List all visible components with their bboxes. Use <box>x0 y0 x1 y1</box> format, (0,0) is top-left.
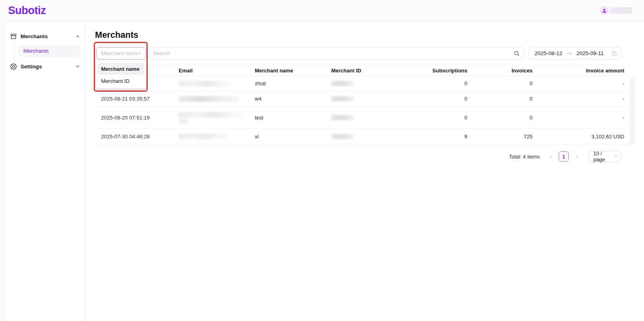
sidebar-item-label: Merchants <box>21 33 75 39</box>
cell-created-at: 2025-07-30 04:46:28 <box>95 134 179 140</box>
filter-bar: Merchant name 2025-08-12 2025-09-11 <box>96 47 621 60</box>
column-header-invoices: Invoices <box>467 68 533 74</box>
sidebar-item-merchants[interactable]: Merchants <box>10 31 80 41</box>
dropdown-option-merchant-name[interactable]: Merchant name <box>97 63 144 75</box>
chevron-down-icon <box>75 64 80 69</box>
cell-merchant-name: test <box>255 115 331 121</box>
cell-invoice-amount: - <box>533 96 630 102</box>
cell-invoices: 725 <box>467 134 533 140</box>
cell-merchant-name: zhuti <box>255 80 331 86</box>
cell-invoices: 0 <box>467 115 533 121</box>
page-number-button[interactable]: 1 <box>559 151 569 162</box>
search-field-select[interactable]: Merchant name <box>96 47 146 60</box>
cell-invoice-amount: 3,102.62 USD <box>533 134 630 140</box>
cell-invoices: 0 <box>467 96 533 102</box>
column-header-subscriptions: Subscriptions <box>384 68 467 74</box>
content-area: Merchants Merchant name 2025-08-12 <box>85 21 644 321</box>
chevron-up-icon <box>75 34 80 39</box>
page-title: Merchants <box>95 30 138 40</box>
next-page-button[interactable] <box>572 151 582 162</box>
column-header-merchant-id: Merchant ID <box>331 68 384 74</box>
sidebar: Merchants Merchants Settings <box>4 21 85 321</box>
cell-merchant-id-redacted <box>331 134 384 139</box>
chevron-down-icon <box>138 51 142 56</box>
table-header-row: Email Merchant name Merchant ID Subscrip… <box>95 65 630 76</box>
search-input[interactable] <box>153 50 514 56</box>
avatar[interactable] <box>600 6 609 15</box>
table-scrollbar[interactable] <box>630 78 635 145</box>
cell-merchant-id-redacted <box>331 96 384 101</box>
cell-subscriptions: 0 <box>384 115 467 121</box>
search-box <box>149 47 524 60</box>
sidebar-item-settings[interactable]: Settings <box>10 62 80 71</box>
cell-merchant-id-redacted <box>331 81 384 86</box>
cell-merchant-name: w4 <box>255 96 331 102</box>
cell-invoices: 0 <box>467 80 533 86</box>
date-end[interactable]: 2025-09-11 <box>576 50 604 56</box>
table-row: 2025-08-20 07:51:19 test 0 0 - <box>95 107 630 129</box>
column-header-email: Email <box>179 68 255 74</box>
column-header-invoice-amount: Invoice amount <box>533 68 630 74</box>
app-header: Subotiz <box>0 0 644 21</box>
calendar-icon <box>611 51 617 56</box>
field-select-dropdown: Merchant name Merchant ID <box>96 61 146 88</box>
chevron-down-icon <box>614 154 618 158</box>
cell-email-redacted <box>179 96 255 102</box>
select-placeholder: Merchant name <box>101 50 138 56</box>
table-row: 2025-08-21 03:35:57 w4 0 0 - <box>95 91 630 107</box>
cell-subscriptions: 9 <box>384 134 467 140</box>
user-name-redacted <box>610 7 632 14</box>
cell-subscriptions: 0 <box>384 96 467 102</box>
date-range-picker[interactable]: 2025-08-12 2025-09-11 <box>528 47 621 60</box>
gear-icon <box>10 63 17 70</box>
cell-email-redacted <box>179 112 255 123</box>
search-icon[interactable] <box>514 50 520 56</box>
cell-created-at: 2025-08-20 07:51:19 <box>95 115 179 121</box>
user-icon <box>602 8 607 13</box>
sidebar-item-label: Settings <box>21 64 75 70</box>
dropdown-option-merchant-id[interactable]: Merchant ID <box>97 75 144 87</box>
cell-merchant-id-redacted <box>331 115 384 120</box>
user-menu[interactable] <box>600 6 632 15</box>
brand-logo[interactable]: Subotiz <box>8 4 46 17</box>
cell-created-at: 2025-08-21 03:35:57 <box>95 96 179 102</box>
prev-page-button[interactable] <box>545 151 556 162</box>
pagination-total: Total: 4 items <box>509 154 540 160</box>
cell-email-redacted <box>179 134 255 139</box>
sidebar-subitem-merchants[interactable]: Merchants <box>18 45 80 57</box>
pagination: Total: 4 items 1 10 / page <box>95 151 621 162</box>
cell-email-redacted <box>179 81 255 86</box>
submenu-rail <box>14 43 14 60</box>
page-size-value: 10 / page <box>593 150 614 163</box>
arrow-right-icon <box>567 51 572 56</box>
cell-merchant-name: xl <box>255 134 331 140</box>
date-start[interactable]: 2025-08-12 <box>535 50 562 56</box>
storefront-icon <box>10 33 17 40</box>
table-row: zhuti 0 0 - <box>95 76 630 91</box>
page-size-select[interactable]: 10 / page <box>588 151 621 162</box>
cell-subscriptions: 0 <box>384 80 467 86</box>
cell-invoice-amount: - <box>533 115 630 121</box>
table-row: 2025-07-30 04:46:28 xl 9 725 3,102.62 US… <box>95 129 630 144</box>
column-header-merchant-name: Merchant name <box>255 68 331 74</box>
merchants-table: Email Merchant name Merchant ID Subscrip… <box>95 65 630 144</box>
cell-invoice-amount: - <box>533 80 630 86</box>
sidebar-subitem-label: Merchants <box>23 48 49 54</box>
